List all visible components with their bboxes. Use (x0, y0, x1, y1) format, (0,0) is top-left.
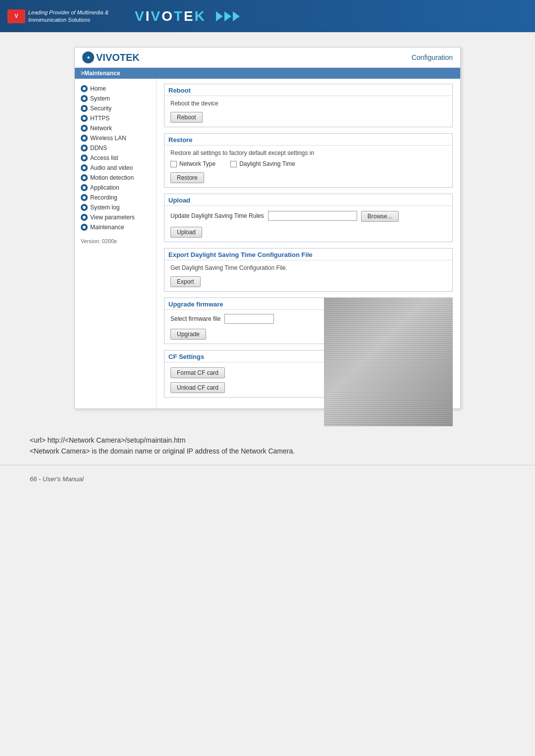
sidebar-item-label: Security (90, 105, 111, 112)
sidebar-item-label: Audio and video (90, 164, 133, 171)
sidebar-item-application[interactable]: Application (75, 183, 156, 193)
bullet-icon (81, 135, 88, 142)
reboot-section: Reboot Reboot the device Reboot (164, 84, 453, 127)
sidebar-item-audio-video[interactable]: Audio and video (75, 163, 156, 173)
bullet-icon (81, 214, 88, 221)
network-type-checkbox-item[interactable]: Network Type (170, 160, 215, 167)
export-title: Export Daylight Saving Time Configuratio… (164, 249, 452, 260)
content-inner: Reboot Reboot the device Reboot Restore … (157, 79, 460, 408)
upload-label: Update Daylight Saving Time Rules (170, 212, 264, 219)
daylight-saving-checkbox[interactable] (230, 161, 237, 167)
panel-body: Home System Security HTTPS Network (75, 79, 460, 408)
sidebar-item-maintenance[interactable]: Maintenance (75, 222, 156, 232)
upgrade-button[interactable]: Upgrade (170, 329, 206, 340)
export-content: Get Daylight Saving Time Configuration F… (164, 260, 452, 291)
bullet-icon (81, 194, 88, 201)
reboot-button[interactable]: Reboot (170, 112, 203, 123)
bullet-icon (81, 85, 88, 92)
url-line: <url> http://<Network Camera>/setup/main… (30, 436, 505, 444)
vivotek-logo-box: V Leading Provider of Multimedia & Immim… (7, 9, 127, 23)
restore-description: Restore all settings to factory default … (170, 150, 446, 156)
bullet-icon (81, 115, 88, 122)
panel-header: ★ VIVOTEK Configuration (75, 48, 460, 68)
vivotek-icon: V (7, 9, 25, 23)
restore-checkbox-row: Network Type Daylight Saving Time (170, 160, 446, 167)
url-label: <url> http://<Network Camera>/setup/main… (30, 436, 185, 444)
reboot-content: Reboot the device Reboot (164, 96, 452, 127)
sidebar-item-label: Maintenance (90, 224, 124, 231)
logo-icon: ★ (82, 51, 94, 63)
upload-button[interactable]: Upload (170, 227, 202, 238)
panel-logo: ★ VIVOTEK (82, 51, 140, 63)
bullet-icon (81, 204, 88, 211)
export-section: Export Daylight Saving Time Configuratio… (164, 248, 453, 292)
upgrade-label: Select firmware file (170, 315, 220, 322)
sidebar-item-security[interactable]: Security (75, 103, 156, 113)
sidebar-item-label: Access list (90, 154, 118, 161)
panel-config-label: Configuration (412, 53, 453, 61)
firmware-file-input[interactable] (224, 314, 274, 324)
sidebar-item-label: Wireless LAN (90, 135, 126, 142)
page-header: V Leading Provider of Multimedia & Immim… (0, 0, 535, 32)
upgrade-cf-wrapper: Upgrade firmware Select firmware file Up… (164, 298, 453, 398)
ui-panel: ★ VIVOTEK Configuration >Maintenance Hom… (74, 47, 461, 409)
breadcrumb: >Maintenance (75, 68, 460, 79)
restore-content: Restore all settings to factory default … (164, 146, 452, 187)
sidebar: Home System Security HTTPS Network (75, 79, 157, 408)
sidebar-item-label: HTTPS (90, 115, 109, 122)
restore-section: Restore Restore all settings to factory … (164, 133, 453, 188)
restore-title: Restore (164, 134, 452, 146)
export-button[interactable]: Export (170, 276, 201, 287)
sidebar-item-label: Recording (90, 194, 117, 201)
upload-section: Upload Update Daylight Saving Time Rules… (164, 194, 453, 242)
sidebar-item-label: Home (90, 85, 106, 92)
image-lines-overlay (324, 298, 453, 426)
bullet-icon (81, 125, 88, 132)
daylight-saving-checkbox-item[interactable]: Daylight Saving Time (230, 160, 295, 167)
sidebar-item-label: Network (90, 125, 112, 132)
bullet-icon (81, 105, 88, 112)
bullet-icon (81, 224, 88, 231)
upload-row: Update Daylight Saving Time Rules Browse… (170, 210, 446, 222)
export-description: Get Daylight Saving Time Configuration F… (170, 264, 446, 271)
sidebar-item-label: DDNS (90, 145, 107, 151)
format-cf-button[interactable]: Format CF card (170, 367, 225, 378)
version-label: Version: 0200e (75, 232, 156, 246)
sidebar-item-recording[interactable]: Recording (75, 193, 156, 202)
sidebar-item-motion-detection[interactable]: Motion detection (75, 173, 156, 183)
page-footer: 66 - User's Manual (0, 465, 535, 493)
bullet-icon (81, 154, 88, 161)
bullet-icon (81, 145, 88, 151)
camera-image-placeholder (324, 298, 453, 426)
header-brand: VIVOTEK (135, 8, 206, 24)
reboot-description: Reboot the device (170, 100, 446, 107)
reboot-title: Reboot (164, 84, 452, 96)
sidebar-item-label: System log (90, 204, 119, 211)
sidebar-item-wireless-lan[interactable]: Wireless LAN (75, 133, 156, 143)
upload-content: Update Daylight Saving Time Rules Browse… (164, 206, 452, 242)
sidebar-item-home[interactable]: Home (75, 84, 156, 94)
sidebar-item-label: Motion detection (90, 174, 134, 181)
restore-button[interactable]: Restore (170, 172, 204, 183)
main-content: Reboot Reboot the device Reboot Restore … (157, 79, 460, 408)
bullet-icon (81, 174, 88, 181)
header-tagline: Leading Provider of Multimedia & Immimun… (28, 9, 127, 23)
network-type-checkbox[interactable] (170, 161, 177, 167)
header-arrows (216, 11, 240, 21)
sidebar-item-system[interactable]: System (75, 94, 156, 103)
bullet-icon (81, 164, 88, 171)
upload-title: Upload (164, 194, 452, 206)
sidebar-item-network[interactable]: Network (75, 123, 156, 133)
sidebar-item-access-list[interactable]: Access list (75, 153, 156, 163)
panel-logo-text: VIVOTEK (96, 52, 140, 63)
sidebar-item-ddns[interactable]: DDNS (75, 143, 156, 153)
sidebar-item-view-parameters[interactable]: View parameters (75, 212, 156, 222)
bullet-icon (81, 95, 88, 102)
bullet-icon (81, 184, 88, 191)
unload-cf-button[interactable]: Unload CF card (170, 382, 225, 393)
upload-file-input[interactable] (268, 211, 357, 221)
sidebar-item-system-log[interactable]: System log (75, 202, 156, 212)
browse-button[interactable]: Browse... (361, 211, 399, 222)
sidebar-item-label: System (90, 95, 110, 102)
sidebar-item-https[interactable]: HTTPS (75, 113, 156, 123)
